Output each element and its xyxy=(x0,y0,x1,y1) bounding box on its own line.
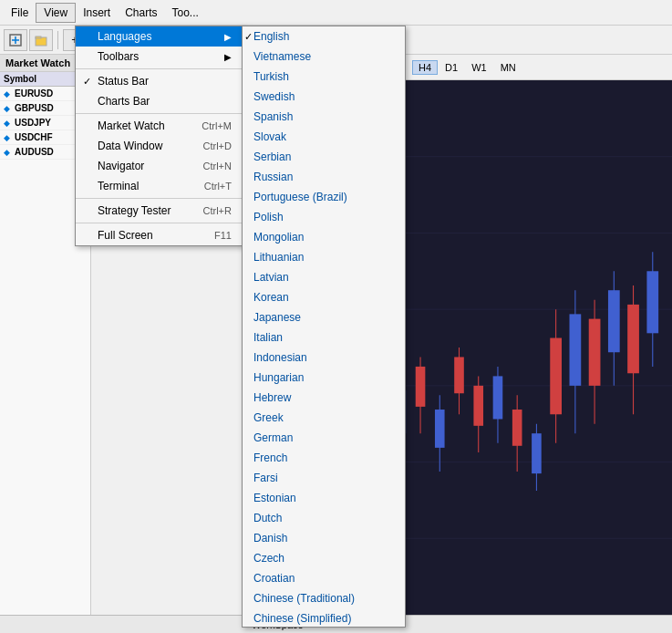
usdjpy-arrow: ◆ xyxy=(4,119,15,128)
svg-rect-60 xyxy=(473,386,483,426)
lang-polish[interactable]: Polish xyxy=(243,207,405,227)
menu-charts[interactable]: Charts xyxy=(118,4,164,22)
open-btn[interactable] xyxy=(29,29,53,51)
menu-tools[interactable]: Too... xyxy=(165,4,206,22)
tf-mn[interactable]: MN xyxy=(494,60,522,75)
menu-separator-4 xyxy=(76,223,243,223)
svg-rect-74 xyxy=(608,290,620,352)
menu-insert[interactable]: Insert xyxy=(76,4,118,22)
menu-statusbar[interactable]: Status Bar xyxy=(76,71,243,91)
lang-lithuanian[interactable]: Lithuanian xyxy=(243,247,405,267)
lang-croatian[interactable]: Croatian xyxy=(243,568,405,588)
separator-1 xyxy=(57,31,58,49)
menu-chartsbar[interactable]: Charts Bar xyxy=(76,91,243,111)
svg-rect-78 xyxy=(646,271,658,333)
svg-rect-4 xyxy=(36,36,41,38)
lang-estonian[interactable]: Estonian xyxy=(243,488,405,508)
menu-toolbars[interactable]: Toolbars ▶ xyxy=(76,47,243,67)
menu-navigator[interactable]: Navigator Ctrl+N xyxy=(76,156,243,176)
gbpusd-arrow: ◆ xyxy=(4,104,15,113)
menu-file[interactable]: File xyxy=(4,4,36,22)
svg-rect-58 xyxy=(454,357,464,393)
lang-japanese[interactable]: Japanese xyxy=(243,307,405,327)
usdchf-arrow: ◆ xyxy=(4,133,15,142)
lang-chinese-traditional[interactable]: Chinese (Traditional) xyxy=(243,588,405,608)
languages-arrow-icon: ▶ xyxy=(224,32,232,42)
lang-portuguese-brazil[interactable]: Portuguese (Brazil) xyxy=(243,187,405,207)
symbol-col-header: Symbol xyxy=(4,74,36,84)
lang-chinese-simplified[interactable]: Chinese (Simplified) xyxy=(243,608,405,628)
lang-latvian[interactable]: Latvian xyxy=(243,267,405,287)
menu-datawindow[interactable]: Data Window Ctrl+D xyxy=(76,136,243,156)
lang-slovak[interactable]: Slovak xyxy=(243,127,405,147)
svg-rect-72 xyxy=(589,319,601,386)
svg-rect-66 xyxy=(532,433,542,473)
audusd-arrow: ◆ xyxy=(4,148,15,157)
svg-rect-56 xyxy=(435,410,445,448)
lang-farsi[interactable]: Farsi xyxy=(243,468,405,488)
lang-greek[interactable]: Greek xyxy=(243,408,405,428)
lang-czech[interactable]: Czech xyxy=(243,548,405,568)
lang-swedish[interactable]: Swedish xyxy=(243,87,405,107)
svg-rect-64 xyxy=(512,410,522,446)
toolbars-arrow-icon: ▶ xyxy=(224,52,232,62)
svg-rect-62 xyxy=(493,376,503,419)
languages-submenu: English Vietnamese Turkish Swedish Spani… xyxy=(242,26,406,628)
menu-marketwatch[interactable]: Market Watch Ctrl+M xyxy=(76,116,243,136)
lang-russian[interactable]: Russian xyxy=(243,167,405,187)
lang-french[interactable]: French xyxy=(243,448,405,468)
svg-rect-68 xyxy=(550,338,562,415)
lang-mongolian[interactable]: Mongolian xyxy=(243,227,405,247)
lang-hebrew[interactable]: Hebrew xyxy=(243,388,405,408)
menu-strategytester[interactable]: Strategy Tester Ctrl+R xyxy=(76,201,243,221)
svg-rect-54 xyxy=(416,367,426,407)
new-chart-btn[interactable] xyxy=(4,29,27,51)
menu-separator-2 xyxy=(76,113,243,114)
menu-separator-3 xyxy=(76,198,243,199)
lang-korean[interactable]: Korean xyxy=(243,287,405,307)
lang-spanish[interactable]: Spanish xyxy=(243,107,405,127)
tf-d1[interactable]: D1 xyxy=(439,60,464,75)
menubar: File View Insert Charts Too... xyxy=(0,0,672,26)
lang-vietnamese[interactable]: Vietnamese xyxy=(243,47,405,67)
lang-german[interactable]: German xyxy=(243,428,405,448)
tf-w1[interactable]: W1 xyxy=(465,60,493,75)
menu-languages[interactable]: Languages ▶ xyxy=(76,26,243,47)
menu-terminal[interactable]: Terminal Ctrl+T xyxy=(76,176,243,196)
menu-view[interactable]: View xyxy=(36,3,76,23)
svg-rect-76 xyxy=(627,305,639,373)
lang-dutch[interactable]: Dutch xyxy=(243,508,405,528)
app-window: File View Insert Charts Too... + − xyxy=(0,0,672,633)
eurusd-arrow: ◆ xyxy=(4,89,15,99)
svg-rect-70 xyxy=(569,314,581,385)
menu-separator-1 xyxy=(76,68,243,69)
lang-turkish[interactable]: Turkish xyxy=(243,67,405,87)
lang-hungarian[interactable]: Hungarian xyxy=(243,368,405,388)
tf-h4[interactable]: H4 xyxy=(412,60,438,75)
lang-indonesian[interactable]: Indonesian xyxy=(243,348,405,368)
lang-english[interactable]: English xyxy=(243,26,405,47)
lang-danish[interactable]: Danish xyxy=(243,528,405,548)
lang-serbian[interactable]: Serbian xyxy=(243,147,405,167)
menu-fullscreen[interactable]: Full Screen F11 xyxy=(76,225,243,245)
lang-italian[interactable]: Italian xyxy=(243,327,405,348)
view-menu-dropdown: Languages ▶ Toolbars ▶ Status Bar Charts… xyxy=(75,26,243,246)
